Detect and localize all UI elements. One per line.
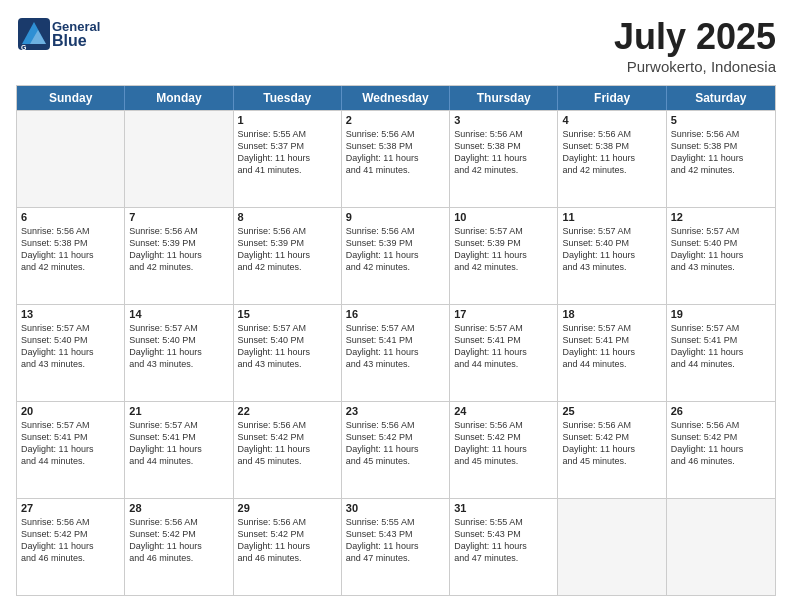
day-number: 13 xyxy=(21,308,120,320)
day-number: 29 xyxy=(238,502,337,514)
day-number: 21 xyxy=(129,405,228,417)
weekday-header-friday: Friday xyxy=(558,86,666,110)
weekday-header-saturday: Saturday xyxy=(667,86,775,110)
day-number: 19 xyxy=(671,308,771,320)
cell-info: Sunrise: 5:56 AM Sunset: 5:39 PM Dayligh… xyxy=(129,225,228,274)
day-number: 1 xyxy=(238,114,337,126)
day-number: 10 xyxy=(454,211,553,223)
calendar-cell-r0-c2: 1Sunrise: 5:55 AM Sunset: 5:37 PM Daylig… xyxy=(234,111,342,207)
svg-text:G: G xyxy=(21,44,27,51)
calendar-cell-r0-c5: 4Sunrise: 5:56 AM Sunset: 5:38 PM Daylig… xyxy=(558,111,666,207)
cell-info: Sunrise: 5:57 AM Sunset: 5:39 PM Dayligh… xyxy=(454,225,553,274)
day-number: 25 xyxy=(562,405,661,417)
weekday-header-wednesday: Wednesday xyxy=(342,86,450,110)
day-number: 14 xyxy=(129,308,228,320)
day-number: 20 xyxy=(21,405,120,417)
calendar-cell-r1-c0: 6Sunrise: 5:56 AM Sunset: 5:38 PM Daylig… xyxy=(17,208,125,304)
cell-info: Sunrise: 5:56 AM Sunset: 5:42 PM Dayligh… xyxy=(238,419,337,468)
calendar-cell-r4-c5 xyxy=(558,499,666,595)
weekday-header-thursday: Thursday xyxy=(450,86,558,110)
day-number: 27 xyxy=(21,502,120,514)
calendar-header: SundayMondayTuesdayWednesdayThursdayFrid… xyxy=(17,86,775,110)
calendar-cell-r0-c1 xyxy=(125,111,233,207)
day-number: 15 xyxy=(238,308,337,320)
calendar-row-4: 27Sunrise: 5:56 AM Sunset: 5:42 PM Dayli… xyxy=(17,498,775,595)
logo: G General Blue xyxy=(16,16,100,52)
calendar-cell-r2-c3: 16Sunrise: 5:57 AM Sunset: 5:41 PM Dayli… xyxy=(342,305,450,401)
cell-info: Sunrise: 5:55 AM Sunset: 5:37 PM Dayligh… xyxy=(238,128,337,177)
calendar-cell-r3-c2: 22Sunrise: 5:56 AM Sunset: 5:42 PM Dayli… xyxy=(234,402,342,498)
logo-general-text: General xyxy=(52,20,100,33)
logo-text: General Blue xyxy=(52,20,100,49)
calendar-row-1: 6Sunrise: 5:56 AM Sunset: 5:38 PM Daylig… xyxy=(17,207,775,304)
cell-info: Sunrise: 5:56 AM Sunset: 5:42 PM Dayligh… xyxy=(454,419,553,468)
calendar-cell-r0-c3: 2Sunrise: 5:56 AM Sunset: 5:38 PM Daylig… xyxy=(342,111,450,207)
cell-info: Sunrise: 5:56 AM Sunset: 5:42 PM Dayligh… xyxy=(238,516,337,565)
cell-info: Sunrise: 5:56 AM Sunset: 5:38 PM Dayligh… xyxy=(454,128,553,177)
cell-info: Sunrise: 5:57 AM Sunset: 5:40 PM Dayligh… xyxy=(238,322,337,371)
calendar-cell-r1-c5: 11Sunrise: 5:57 AM Sunset: 5:40 PM Dayli… xyxy=(558,208,666,304)
title-block: July 2025 Purwokerto, Indonesia xyxy=(614,16,776,75)
calendar-cell-r0-c0 xyxy=(17,111,125,207)
logo-blue-text: Blue xyxy=(52,33,100,49)
day-number: 16 xyxy=(346,308,445,320)
day-number: 9 xyxy=(346,211,445,223)
calendar-cell-r1-c2: 8Sunrise: 5:56 AM Sunset: 5:39 PM Daylig… xyxy=(234,208,342,304)
day-number: 22 xyxy=(238,405,337,417)
cell-info: Sunrise: 5:55 AM Sunset: 5:43 PM Dayligh… xyxy=(454,516,553,565)
calendar: SundayMondayTuesdayWednesdayThursdayFrid… xyxy=(16,85,776,596)
cell-info: Sunrise: 5:56 AM Sunset: 5:39 PM Dayligh… xyxy=(238,225,337,274)
calendar-cell-r2-c4: 17Sunrise: 5:57 AM Sunset: 5:41 PM Dayli… xyxy=(450,305,558,401)
day-number: 26 xyxy=(671,405,771,417)
calendar-cell-r0-c6: 5Sunrise: 5:56 AM Sunset: 5:38 PM Daylig… xyxy=(667,111,775,207)
cell-info: Sunrise: 5:57 AM Sunset: 5:40 PM Dayligh… xyxy=(21,322,120,371)
calendar-cell-r1-c4: 10Sunrise: 5:57 AM Sunset: 5:39 PM Dayli… xyxy=(450,208,558,304)
calendar-cell-r3-c3: 23Sunrise: 5:56 AM Sunset: 5:42 PM Dayli… xyxy=(342,402,450,498)
day-number: 18 xyxy=(562,308,661,320)
calendar-cell-r3-c0: 20Sunrise: 5:57 AM Sunset: 5:41 PM Dayli… xyxy=(17,402,125,498)
cell-info: Sunrise: 5:57 AM Sunset: 5:41 PM Dayligh… xyxy=(454,322,553,371)
cell-info: Sunrise: 5:56 AM Sunset: 5:42 PM Dayligh… xyxy=(671,419,771,468)
cell-info: Sunrise: 5:57 AM Sunset: 5:41 PM Dayligh… xyxy=(562,322,661,371)
calendar-cell-r2-c6: 19Sunrise: 5:57 AM Sunset: 5:41 PM Dayli… xyxy=(667,305,775,401)
cell-info: Sunrise: 5:56 AM Sunset: 5:38 PM Dayligh… xyxy=(21,225,120,274)
day-number: 31 xyxy=(454,502,553,514)
page: G General Blue July 2025 Purwokerto, Ind… xyxy=(0,0,792,612)
calendar-cell-r4-c2: 29Sunrise: 5:56 AM Sunset: 5:42 PM Dayli… xyxy=(234,499,342,595)
cell-info: Sunrise: 5:56 AM Sunset: 5:42 PM Dayligh… xyxy=(346,419,445,468)
cell-info: Sunrise: 5:56 AM Sunset: 5:42 PM Dayligh… xyxy=(21,516,120,565)
calendar-cell-r3-c5: 25Sunrise: 5:56 AM Sunset: 5:42 PM Dayli… xyxy=(558,402,666,498)
calendar-cell-r2-c1: 14Sunrise: 5:57 AM Sunset: 5:40 PM Dayli… xyxy=(125,305,233,401)
day-number: 11 xyxy=(562,211,661,223)
day-number: 5 xyxy=(671,114,771,126)
day-number: 7 xyxy=(129,211,228,223)
logo-icon: G xyxy=(16,16,52,52)
day-number: 3 xyxy=(454,114,553,126)
calendar-cell-r3-c6: 26Sunrise: 5:56 AM Sunset: 5:42 PM Dayli… xyxy=(667,402,775,498)
day-number: 30 xyxy=(346,502,445,514)
cell-info: Sunrise: 5:57 AM Sunset: 5:41 PM Dayligh… xyxy=(21,419,120,468)
calendar-cell-r0-c4: 3Sunrise: 5:56 AM Sunset: 5:38 PM Daylig… xyxy=(450,111,558,207)
calendar-row-3: 20Sunrise: 5:57 AM Sunset: 5:41 PM Dayli… xyxy=(17,401,775,498)
calendar-cell-r4-c4: 31Sunrise: 5:55 AM Sunset: 5:43 PM Dayli… xyxy=(450,499,558,595)
month-title: July 2025 xyxy=(614,16,776,58)
calendar-body: 1Sunrise: 5:55 AM Sunset: 5:37 PM Daylig… xyxy=(17,110,775,595)
calendar-cell-r2-c0: 13Sunrise: 5:57 AM Sunset: 5:40 PM Dayli… xyxy=(17,305,125,401)
day-number: 2 xyxy=(346,114,445,126)
day-number: 17 xyxy=(454,308,553,320)
day-number: 24 xyxy=(454,405,553,417)
cell-info: Sunrise: 5:57 AM Sunset: 5:41 PM Dayligh… xyxy=(129,419,228,468)
calendar-cell-r4-c0: 27Sunrise: 5:56 AM Sunset: 5:42 PM Dayli… xyxy=(17,499,125,595)
day-number: 4 xyxy=(562,114,661,126)
day-number: 28 xyxy=(129,502,228,514)
header: G General Blue July 2025 Purwokerto, Ind… xyxy=(16,16,776,75)
calendar-row-2: 13Sunrise: 5:57 AM Sunset: 5:40 PM Dayli… xyxy=(17,304,775,401)
calendar-row-0: 1Sunrise: 5:55 AM Sunset: 5:37 PM Daylig… xyxy=(17,110,775,207)
day-number: 23 xyxy=(346,405,445,417)
cell-info: Sunrise: 5:57 AM Sunset: 5:40 PM Dayligh… xyxy=(562,225,661,274)
cell-info: Sunrise: 5:56 AM Sunset: 5:38 PM Dayligh… xyxy=(562,128,661,177)
calendar-cell-r4-c3: 30Sunrise: 5:55 AM Sunset: 5:43 PM Dayli… xyxy=(342,499,450,595)
cell-info: Sunrise: 5:57 AM Sunset: 5:40 PM Dayligh… xyxy=(671,225,771,274)
cell-info: Sunrise: 5:57 AM Sunset: 5:41 PM Dayligh… xyxy=(671,322,771,371)
day-number: 8 xyxy=(238,211,337,223)
